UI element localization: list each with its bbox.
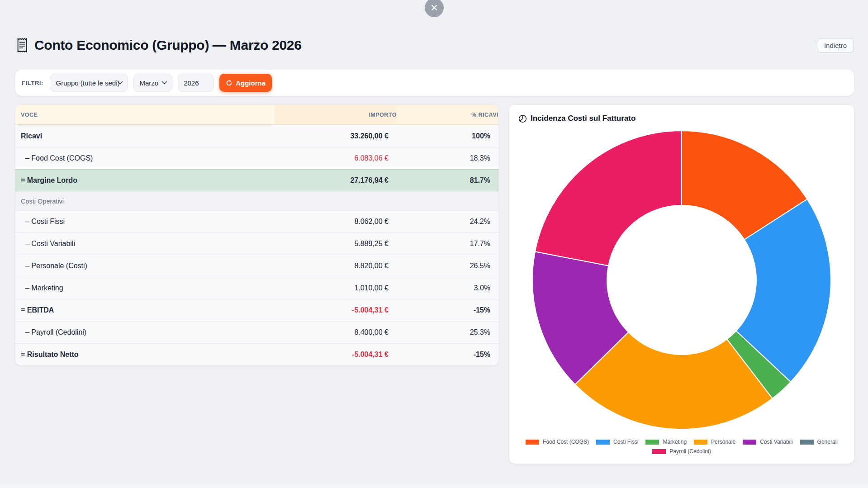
cell-ricavi: 17.7% — [389, 240, 490, 248]
back-button[interactable]: Indietro — [817, 38, 854, 53]
close-icon — [430, 4, 438, 12]
chevron-down-icon — [161, 81, 167, 85]
refresh-button-label: Aggiorna — [236, 79, 266, 87]
legend-item[interactable]: Costi Variabili — [743, 439, 792, 445]
legend-swatch — [645, 440, 659, 445]
cell-importo: -5.004,31 € — [266, 306, 389, 314]
table-row: – Personale (Costi)8.820,00 €26.5% — [15, 255, 498, 277]
pie-chart-icon — [518, 114, 527, 123]
column-header-ricavi: % RICAVI — [397, 105, 498, 125]
site-select-value: Gruppo (tutte le sedi) — [56, 79, 120, 87]
legend-label: Marketing — [663, 439, 687, 445]
site-select[interactable]: Gruppo (tutte le sedi) — [50, 74, 128, 92]
donut-svg — [531, 129, 833, 431]
table-row: – Marketing1.010,00 €3.0% — [15, 277, 498, 299]
legend-item[interactable]: Generali — [800, 439, 838, 445]
legend-item[interactable]: Payroll (Cedolini) — [652, 448, 711, 455]
legend-item[interactable]: Food Cost (COGS) — [526, 439, 589, 445]
page-title: Conto Economico (Gruppo) — Marzo 2026 — [15, 37, 302, 53]
table-row: = Margine Lordo27.176,94 €81.7% — [15, 169, 498, 191]
table-body: Ricavi33.260,00 €100%– Food Cost (COGS)6… — [15, 125, 498, 365]
cell-importo: 8.062,00 € — [266, 218, 389, 226]
legend-item[interactable]: Personale — [694, 439, 735, 445]
column-header-importo: IMPORTO — [275, 105, 397, 125]
table-row: = Risultato Netto-5.004,31 €-15% — [15, 343, 498, 365]
refresh-icon — [226, 80, 232, 86]
cell-ricavi: 100% — [389, 132, 490, 140]
cell-ricavi: 25.3% — [389, 328, 490, 336]
legend-swatch — [526, 440, 539, 445]
cell-ricavi: 81.7% — [389, 176, 490, 185]
legend-swatch — [694, 440, 707, 445]
table-row: = EBITDA-5.004,31 €-15% — [15, 299, 498, 321]
cell-importo: 1.010,00 € — [266, 284, 389, 292]
cell-importo: 8.400,00 € — [266, 328, 389, 336]
table-row: – Payroll (Cedolini)8.400,00 €25.3% — [15, 321, 498, 343]
legend-label: Costi Fissi — [613, 439, 638, 445]
cell-ricavi: -15% — [389, 351, 490, 359]
legend-swatch — [652, 449, 666, 454]
page-title-text: Conto Economico (Gruppo) — Marzo 2026 — [34, 38, 302, 53]
filters-label: FILTRI: — [22, 80, 43, 86]
cell-label: – Personale (Costi) — [21, 262, 266, 270]
legend-label: Generali — [817, 439, 838, 445]
receipt-icon — [15, 37, 29, 53]
cell-label: = Margine Lordo — [21, 176, 266, 185]
cell-label: = Risultato Netto — [21, 351, 266, 359]
cell-label: = EBITDA — [21, 306, 266, 314]
page-header: Conto Economico (Gruppo) — Marzo 2026 In… — [15, 37, 854, 53]
cell-ricavi: 26.5% — [389, 262, 490, 270]
cell-label: – Food Cost (COGS) — [21, 154, 266, 162]
cell-ricavi: 18.3% — [389, 154, 490, 162]
cell-label: – Payroll (Cedolini) — [21, 328, 266, 336]
bottom-strip — [0, 482, 868, 488]
chevron-down-icon — [117, 81, 123, 85]
bottom-divider — [0, 482, 868, 482]
table-row: Costi Operativi — [15, 191, 498, 210]
cell-importo: 5.889,25 € — [266, 240, 389, 248]
cell-label: – Costi Fissi — [21, 218, 266, 226]
chart-title-text: Incidenza Costi sul Fatturato — [531, 114, 636, 123]
cell-ricavi: -15% — [389, 306, 490, 314]
pnl-table: VOCE IMPORTO % RICAVI Ricavi33.260,00 €1… — [15, 105, 498, 365]
cell-importo: -5.004,31 € — [266, 351, 389, 359]
legend-swatch — [596, 440, 610, 445]
cell-label: – Costi Variabili — [21, 240, 266, 248]
chart-panel: Incidenza Costi sul Fatturato Food Cost … — [509, 105, 854, 464]
column-header-voce: VOCE — [15, 105, 275, 125]
legend-label: Payroll (Cedolini) — [669, 448, 711, 455]
table-header-row: VOCE IMPORTO % RICAVI — [15, 105, 498, 125]
cell-ricavi: 3.0% — [389, 284, 490, 292]
cell-importo: 8.820,00 € — [266, 262, 389, 270]
table-row: – Costi Variabili5.889,25 €17.7% — [15, 232, 498, 255]
legend-item[interactable]: Costi Fissi — [596, 439, 638, 445]
content-row: VOCE IMPORTO % RICAVI Ricavi33.260,00 €1… — [15, 105, 854, 464]
chart-legend: Food Cost (COGS)Costi FissiMarketingPers… — [518, 437, 845, 457]
donut-chart — [518, 123, 845, 437]
main-page: Conto Economico (Gruppo) — Marzo 2026 In… — [0, 0, 868, 464]
table-row: Ricavi33.260,00 €100% — [15, 125, 498, 147]
cell-label: Ricavi — [21, 132, 266, 140]
cell-importo: 33.260,00 € — [266, 132, 389, 140]
filter-bar: FILTRI: Gruppo (tutte le sedi) Marzo Agg… — [15, 70, 854, 96]
table-row: – Costi Fissi8.062,00 €24.2% — [15, 210, 498, 232]
legend-label: Costi Variabili — [760, 439, 792, 445]
legend-swatch — [800, 440, 814, 445]
cell-importo: 6.083,06 € — [266, 154, 389, 162]
refresh-button[interactable]: Aggiorna — [219, 74, 272, 92]
cell-importo: 27.176,94 € — [266, 176, 389, 185]
legend-label: Food Cost (COGS) — [543, 439, 589, 445]
chart-title: Incidenza Costi sul Fatturato — [518, 114, 845, 123]
legend-swatch — [743, 440, 756, 445]
donut-segment — [535, 131, 682, 266]
legend-item[interactable]: Marketing — [645, 439, 687, 445]
legend-label: Personale — [711, 439, 735, 445]
month-select-value: Marzo — [140, 79, 159, 87]
cell-label: – Marketing — [21, 284, 266, 292]
cell-label: Costi Operativi — [21, 198, 266, 205]
year-input[interactable] — [178, 74, 214, 92]
cell-ricavi: 24.2% — [389, 218, 490, 226]
table-row: – Food Cost (COGS)6.083,06 €18.3% — [15, 147, 498, 169]
month-select[interactable]: Marzo — [133, 74, 173, 92]
